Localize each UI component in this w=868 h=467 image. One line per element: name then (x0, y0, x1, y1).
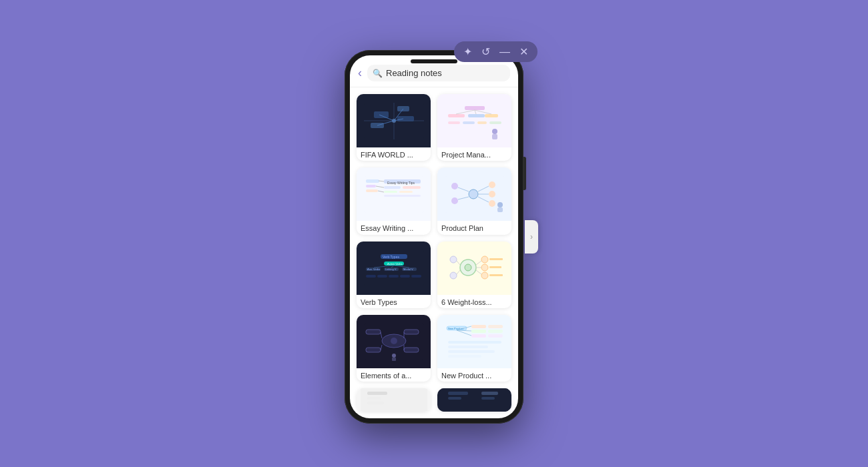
svg-point-78 (481, 272, 488, 279)
thumb-partial-right (437, 388, 511, 412)
svg-text:Action Verbs: Action Verbs (387, 262, 402, 266)
svg-rect-94 (404, 330, 419, 334)
svg-rect-36 (384, 195, 421, 197)
svg-rect-93 (366, 348, 381, 352)
card-weight[interactable]: 6 Weight-loss... (437, 242, 511, 308)
svg-rect-101 (392, 358, 396, 361)
thumb-fifa (357, 94, 431, 147)
svg-rect-34 (384, 191, 397, 193)
svg-text:Verb Types: Verb Types (383, 255, 399, 259)
card-essay[interactable]: Essay Writing Tips (357, 167, 431, 234)
svg-point-42 (451, 183, 458, 189)
svg-rect-92 (366, 330, 381, 334)
card-weight-label: 6 Weight-loss... (437, 295, 511, 308)
card-project-label: Project Mana... (437, 147, 511, 161)
svg-rect-110 (488, 334, 503, 338)
card-new-product[interactable]: New Product (437, 315, 511, 382)
svg-rect-27 (366, 179, 379, 183)
svg-rect-106 (471, 330, 486, 333)
card-product-plan-label: Product Plan (437, 221, 511, 234)
svg-rect-117 (448, 355, 481, 358)
thumb-elements (357, 315, 431, 368)
svg-rect-23 (489, 121, 501, 124)
refresh-icon[interactable]: ↺ (481, 45, 490, 58)
card-new-product-label: New Product ... (437, 368, 511, 382)
svg-rect-33 (403, 186, 421, 189)
window-chrome: ✦ ↺ — ✕ (454, 41, 537, 62)
svg-rect-69 (377, 275, 387, 278)
svg-rect-126 (481, 397, 495, 400)
svg-rect-20 (448, 121, 460, 124)
close-icon[interactable]: ✕ (519, 45, 528, 58)
svg-rect-114 (448, 341, 501, 344)
svg-rect-123 (448, 392, 468, 395)
svg-point-52 (497, 202, 503, 207)
back-button[interactable]: ‹ (358, 66, 362, 80)
svg-rect-124 (448, 397, 461, 400)
card-partial-left[interactable] (357, 388, 431, 412)
cards-grid: FIFA WORLD ... (350, 87, 518, 418)
card-fifa-label: FIFA WORLD ... (357, 147, 431, 161)
svg-text:Modal V.: Modal V. (403, 268, 413, 271)
svg-text:Essay Writing Tips: Essay Writing Tips (387, 181, 415, 185)
card-fifa[interactable]: FIFA WORLD ... (357, 94, 431, 161)
svg-point-24 (492, 129, 497, 134)
thumb-partial-left (357, 388, 431, 412)
card-verb-label: Verb Types (357, 295, 431, 308)
svg-point-91 (391, 338, 397, 344)
svg-rect-109 (488, 330, 503, 333)
svg-rect-22 (477, 121, 487, 124)
svg-rect-5 (397, 116, 414, 121)
card-product-plan[interactable]: Product Plan (437, 167, 511, 234)
svg-rect-13 (465, 106, 485, 110)
phone-screen: ‹ 🔍 Reading notes (350, 55, 518, 418)
svg-rect-95 (404, 348, 419, 352)
svg-point-46 (489, 200, 495, 207)
thumb-project (437, 94, 511, 147)
svg-rect-121 (367, 402, 384, 404)
svg-rect-3 (374, 111, 389, 118)
svg-rect-86 (489, 258, 503, 260)
minimize-icon[interactable]: — (499, 46, 510, 58)
svg-rect-16 (485, 114, 498, 117)
phone-device: › ‹ 🔍 Reading notes (345, 50, 523, 424)
svg-rect-119 (367, 392, 387, 395)
svg-rect-115 (448, 346, 488, 348)
svg-point-80 (450, 272, 457, 279)
search-input-wrap[interactable]: 🔍 Reading notes (367, 65, 510, 81)
svg-rect-70 (389, 275, 399, 278)
svg-point-43 (451, 197, 458, 204)
svg-text:New Product: New Product (448, 327, 464, 330)
search-text: Reading notes (386, 68, 442, 78)
thumb-essay: Essay Writing Tips (357, 167, 431, 221)
side-button (523, 157, 526, 190)
svg-rect-25 (492, 134, 497, 139)
star-icon[interactable]: ✦ (463, 45, 472, 58)
svg-rect-72 (411, 275, 421, 278)
svg-rect-35 (399, 191, 413, 193)
svg-rect-105 (471, 325, 486, 328)
svg-point-45 (489, 191, 495, 197)
card-project[interactable]: Project Mana... (437, 94, 511, 161)
card-elements[interactable]: Elements of a... (357, 315, 431, 382)
card-essay-label: Essay Writing ... (357, 221, 431, 234)
card-partial-right[interactable] (437, 388, 511, 412)
svg-rect-71 (400, 275, 410, 278)
svg-point-75 (465, 264, 471, 271)
card-elements-label: Elements of a... (357, 368, 431, 382)
svg-rect-53 (497, 207, 503, 212)
svg-rect-29 (366, 189, 378, 192)
svg-point-100 (392, 354, 396, 358)
svg-rect-87 (489, 266, 501, 268)
scroll-arrow-button[interactable]: › (525, 220, 538, 254)
svg-rect-68 (366, 275, 376, 278)
svg-rect-21 (463, 121, 475, 124)
svg-rect-28 (366, 185, 376, 187)
svg-rect-116 (448, 350, 495, 353)
card-verb[interactable]: Verb Types Action Verbs Aux. Verbs Linki… (357, 242, 431, 308)
svg-rect-125 (481, 392, 498, 395)
thumb-weight (437, 242, 511, 295)
svg-rect-88 (489, 274, 503, 276)
svg-point-76 (481, 256, 488, 263)
search-icon: 🔍 (373, 69, 383, 78)
